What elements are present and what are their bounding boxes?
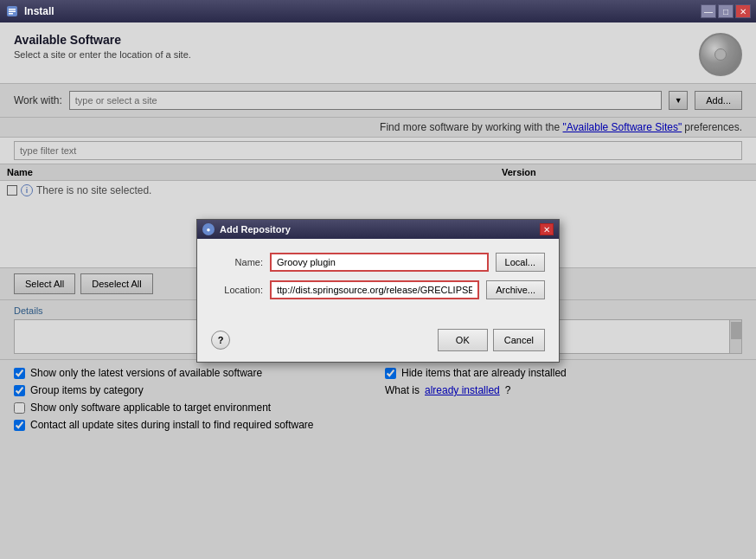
modal-backdrop: ● Add Repository ✕ Name: Local... Locati… (0, 22, 756, 559)
dialog-body: Name: Local... Location: Archive... (197, 239, 559, 322)
name-input[interactable] (270, 253, 489, 272)
svg-rect-1 (9, 9, 16, 10)
window-title: Install (24, 5, 701, 17)
location-input[interactable] (270, 280, 479, 299)
titlebar: Install — □ ✕ (0, 0, 756, 22)
dialog-icon: ● (202, 223, 215, 235)
local-button[interactable]: Local... (496, 253, 545, 272)
dialog-cancel-button[interactable]: Cancel (493, 329, 545, 351)
dialog-footer: ? OK Cancel (197, 322, 559, 362)
minimize-button[interactable]: — (701, 4, 716, 18)
maximize-button[interactable]: □ (718, 4, 734, 18)
name-field: Name: Local... (211, 253, 545, 272)
svg-rect-3 (9, 13, 13, 15)
window-controls: — □ ✕ (701, 4, 751, 18)
dialog-titlebar: ● Add Repository ✕ (197, 220, 559, 239)
location-label: Location: (211, 285, 263, 295)
titlebar-icon (5, 4, 19, 18)
dialog-ok-button[interactable]: OK (438, 329, 488, 351)
dialog-help-button[interactable]: ? (211, 331, 230, 350)
dialog-actions: OK Cancel (438, 329, 545, 351)
location-field: Location: Archive... (211, 280, 545, 299)
archive-button[interactable]: Archive... (486, 280, 545, 299)
add-repository-dialog: ● Add Repository ✕ Name: Local... Locati… (196, 219, 560, 363)
name-label: Name: (211, 257, 263, 267)
dialog-title: Add Repository (220, 224, 540, 235)
svg-rect-2 (9, 11, 16, 13)
dialog-close-button[interactable]: ✕ (540, 223, 554, 235)
close-button[interactable]: ✕ (735, 4, 751, 18)
